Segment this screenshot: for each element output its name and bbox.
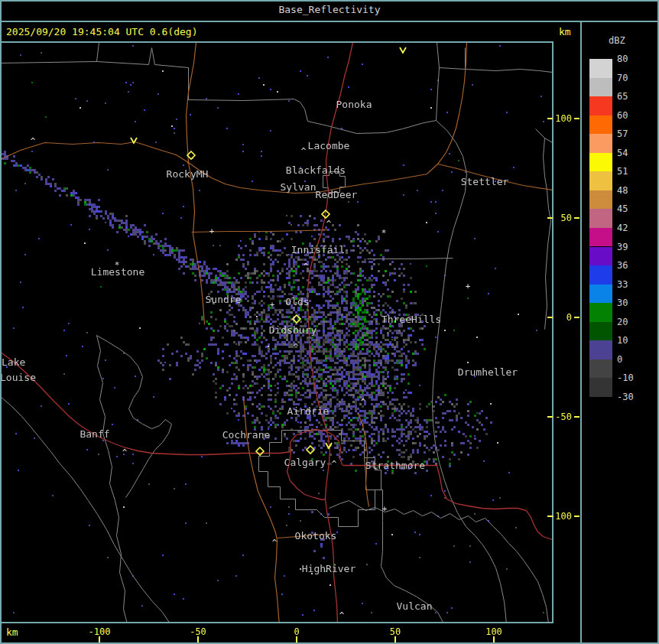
v-scale-label: -50 (540, 411, 572, 422)
v-scale-label: 50 (540, 213, 572, 223)
legend-swatch (589, 247, 612, 266)
v-scale-label: -100 (540, 511, 572, 522)
legend-swatch (589, 285, 612, 304)
horizontal-scale-unit-label: km (6, 626, 18, 638)
map-frame: PonokaLacombeBlackfaldsSylvanRedDeerStet… (2, 43, 552, 622)
title-bar: Base_Reflectivity (0, 0, 659, 19)
legend-tick-label: 60 (617, 110, 628, 121)
legend-tick-label: 33 (617, 279, 628, 290)
legend-tick-label: -10 (617, 372, 634, 383)
v-scale-tick (547, 217, 553, 219)
radar-map-canvas[interactable] (2, 43, 552, 622)
legend-swatch (589, 78, 612, 97)
v-scale-tick (574, 317, 579, 318)
legend-tick-label: 42 (617, 223, 628, 233)
h-scale-tick (99, 636, 100, 642)
legend-swatch (589, 153, 612, 172)
v-scale-tick (574, 416, 579, 418)
v-scale-tick (547, 118, 553, 119)
v-scale-label: 100 (540, 113, 572, 124)
legend-tick-label: 0 (617, 354, 622, 365)
legend-title: dBZ (609, 35, 625, 46)
legend-tick-label: -30 (617, 392, 634, 402)
legend-swatch (589, 115, 612, 135)
v-scale-tick (547, 317, 553, 318)
legend-tick-label: 30 (617, 298, 628, 308)
legend-swatch (589, 228, 612, 247)
timestamp: 2025/09/20 19:45:04 UTC 0.6(deg) (6, 26, 197, 37)
legend-tick-label: 10 (617, 335, 628, 346)
h-scale-tick (296, 636, 297, 642)
radar-app-window: Base_Reflectivity 2025/09/20 19:45:04 UT… (0, 0, 659, 644)
legend-tick-label: 45 (617, 203, 628, 214)
v-scale-tick (574, 118, 579, 119)
h-scale-tick (493, 636, 495, 642)
legend-swatch (589, 59, 612, 78)
legend-tick-label: 39 (617, 242, 628, 252)
legend-swatch (589, 265, 612, 285)
h-scale-tick (394, 636, 396, 642)
legend-tick-label: 51 (617, 166, 628, 177)
legend-swatch (589, 340, 612, 359)
legend-swatch (589, 171, 612, 190)
legend-tick-label: 80 (617, 54, 628, 64)
legend-swatch (589, 378, 612, 397)
legend-tick-label: 54 (617, 148, 628, 158)
legend-swatch (589, 96, 612, 115)
legend-tick-label: 36 (617, 260, 628, 271)
page-title: Base_Reflectivity (278, 4, 380, 15)
h-scale-label: -50 (175, 626, 221, 637)
vertical-scale-unit-label: km (559, 26, 571, 37)
v-scale-tick (547, 516, 553, 517)
v-scale-tick (547, 416, 553, 418)
legend-border-left (580, 22, 582, 642)
legend-tick-label: 57 (617, 128, 628, 139)
h-scale-label: -100 (76, 626, 122, 637)
legend-swatch (589, 209, 612, 228)
h-scale-label: 100 (471, 626, 517, 637)
h-scale-tick (197, 636, 199, 642)
legend-tick-label: 65 (617, 91, 628, 102)
legend-tick-label: 20 (617, 317, 628, 327)
v-scale-label: 0 (540, 312, 572, 323)
map-border-right (552, 41, 553, 623)
legend-tick-label: 48 (617, 185, 628, 196)
legend-swatch (589, 134, 612, 153)
info-bar: 2025/09/20 19:45:04 UTC 0.6(deg) km (0, 22, 581, 41)
h-scale-label: 50 (372, 626, 418, 637)
legend-swatch (589, 322, 612, 341)
map-border-bottom (0, 622, 553, 623)
h-scale-label: 0 (274, 626, 320, 637)
v-scale-tick (574, 217, 579, 219)
legend-swatch (589, 190, 612, 210)
legend-swatch (589, 303, 612, 322)
legend-tick-label: 70 (617, 73, 628, 83)
legend-swatch (589, 359, 612, 379)
v-scale-tick (574, 516, 579, 517)
